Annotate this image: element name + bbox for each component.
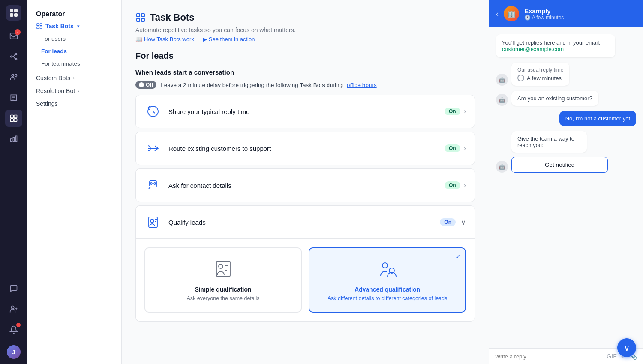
- svg-point-32: [219, 264, 223, 268]
- qualify-leads-header[interactable]: Qualify leads On ∨: [136, 206, 475, 238]
- page-title: Task Bots: [135, 12, 475, 23]
- scroll-down-fab[interactable]: ∨: [617, 338, 636, 357]
- svg-rect-15: [13, 138, 14, 142]
- sidebar-item-settings[interactable]: Settings: [27, 97, 121, 110]
- svg-point-5: [11, 56, 12, 57]
- route-customers-icon: [144, 140, 162, 157]
- svg-rect-19: [40, 24, 42, 26]
- user-avatar[interactable]: J: [7, 345, 21, 359]
- page-header: Task Bots Automate repetitive tasks so y…: [135, 12, 475, 42]
- svg-point-17: [11, 306, 14, 309]
- simple-qual-desc: Ask everyone the same details: [152, 295, 294, 301]
- svg-rect-21: [40, 27, 42, 29]
- bot-cta-text: Give the team a way to reach you:: [511, 131, 587, 153]
- svg-rect-10: [11, 115, 14, 118]
- share-reply-time-chevron-icon: ›: [464, 108, 466, 115]
- advanced-qual-check-icon: ✓: [455, 253, 461, 261]
- system-text-1: You'll get replies here and in your emai…: [502, 39, 609, 46]
- inbox-badge: 7: [15, 29, 21, 35]
- preview-back-button[interactable]: ‹: [496, 9, 499, 18]
- svg-rect-3: [14, 13, 18, 17]
- docs-nav-icon[interactable]: [5, 89, 22, 106]
- icon-bar-bottom: J: [5, 280, 22, 359]
- notifications-icon[interactable]: [5, 321, 22, 338]
- how-taskbots-work-link[interactable]: 📖 How Task Bots work: [135, 36, 194, 42]
- svg-rect-14: [11, 139, 12, 142]
- see-them-in-action-link[interactable]: ▶ See them in action: [203, 36, 255, 42]
- play-icon: ▶: [203, 36, 207, 42]
- bot-avatar-3: 🤖: [496, 161, 508, 173]
- user-reply-row: No, I'm not a customer yet: [496, 111, 636, 126]
- sidebar-taskbots-group: Task Bots ▾ For users For leads For team…: [27, 20, 121, 70]
- sidebar-item-resolution-bot[interactable]: Resolution Bot ›: [27, 84, 121, 97]
- preview-chat-wrap: You'll get replies here and in your emai…: [489, 27, 643, 364]
- resolution-bot-arrow-icon: ›: [78, 89, 79, 93]
- qualify-options-list: Simple qualification Ask everyone the sa…: [144, 247, 466, 313]
- clock-icon: [517, 75, 524, 81]
- advanced-qual-title: Advanced qualification: [316, 286, 458, 293]
- when-leads-title: When leads start a conversation: [135, 69, 475, 76]
- routing-nav-icon[interactable]: [5, 48, 22, 65]
- share-reply-time-card[interactable]: Share your typical reply time On ›: [135, 95, 475, 128]
- svg-rect-2: [10, 13, 13, 17]
- svg-point-7: [15, 58, 17, 60]
- advanced-qual-desc: Ask different details to different categ…: [316, 295, 458, 301]
- reports-nav-icon[interactable]: [5, 130, 22, 147]
- delay-row: Off Leave a 2 minute delay before trigge…: [135, 81, 475, 89]
- svg-point-30: [150, 219, 154, 223]
- route-customers-badge: On: [445, 144, 460, 152]
- svg-point-28: [154, 183, 156, 184]
- svg-rect-22: [137, 14, 140, 17]
- route-customers-card[interactable]: Route existing customers to support On ›: [135, 132, 475, 165]
- sidebar-item-for-users[interactable]: For users: [27, 33, 121, 45]
- add-contact-icon[interactable]: [5, 301, 22, 318]
- messages-bottom-icon[interactable]: [5, 280, 22, 297]
- qualify-leads-icon: [144, 214, 162, 231]
- page-links: 📖 How Task Bots work ▶ See them in actio…: [135, 36, 475, 42]
- sidebar-title: Operator: [27, 7, 121, 20]
- svg-point-6: [15, 54, 17, 55]
- book-icon: 📖: [135, 36, 142, 42]
- sidebar-item-for-leads[interactable]: For leads: [27, 45, 121, 57]
- sidebar-item-for-teammates[interactable]: For teammates: [27, 57, 121, 70]
- team-nav-icon[interactable]: [5, 69, 22, 86]
- bot-reply-time-row: 🤖 Our usual reply time A few minutes: [496, 63, 636, 86]
- sidebar-item-custom-bots[interactable]: Custom Bots ›: [27, 72, 121, 84]
- ask-contact-details-card[interactable]: Ask for contact details On ›: [135, 168, 475, 202]
- inbox-nav-icon[interactable]: 7: [5, 27, 22, 45]
- office-hours-link[interactable]: office hours: [347, 82, 377, 88]
- system-message-1: You'll get replies here and in your emai…: [496, 34, 615, 57]
- notifications-badge: [16, 323, 21, 327]
- sidebar-item-taskbots[interactable]: Task Bots ▾: [27, 20, 121, 33]
- preview-header: ‹ 🏢 Examply 🕐 A few minutes: [489, 0, 643, 27]
- bot-existing-customer-row: 🤖 Are you an existing customer?: [496, 91, 636, 106]
- svg-rect-18: [37, 24, 39, 26]
- svg-rect-12: [11, 119, 14, 122]
- svg-rect-24: [137, 18, 140, 21]
- get-notified-button[interactable]: Get notified: [511, 157, 608, 173]
- ask-contact-chevron-icon: ›: [464, 181, 466, 189]
- ask-contact-badge: On: [445, 181, 460, 189]
- bot-reply-time-bubble: Our usual reply time A few minutes: [511, 63, 569, 86]
- main-content: Task Bots Automate repetitive tasks so y…: [122, 0, 489, 364]
- gif-icon[interactable]: GIF: [607, 353, 616, 360]
- app-logo[interactable]: [6, 5, 21, 21]
- delay-toggle[interactable]: Off: [135, 81, 156, 89]
- bot-cta-wrap: Give the team a way to reach you: Get no…: [511, 131, 608, 173]
- advanced-qual-icon: [377, 259, 398, 279]
- ask-contact-icon: [144, 177, 162, 194]
- simple-qualification-option[interactable]: Simple qualification Ask everyone the sa…: [144, 247, 302, 313]
- share-reply-time-icon: [144, 103, 162, 120]
- svg-rect-11: [14, 115, 17, 118]
- for-leads-title: For leads: [135, 51, 475, 61]
- icon-bar: 7: [0, 0, 27, 364]
- qualify-chevron-icon[interactable]: ∨: [456, 218, 466, 226]
- advanced-qualification-option[interactable]: ✓ Advanced qualification Ask different d…: [309, 247, 466, 313]
- svg-rect-13: [14, 119, 17, 122]
- svg-rect-31: [216, 261, 230, 277]
- bot-existing-customer-bubble: Are you an existing customer?: [511, 91, 598, 106]
- chat-body: You'll get replies here and in your emai…: [489, 27, 643, 348]
- chat-reply-input[interactable]: [495, 353, 603, 360]
- operator-nav-icon[interactable]: [5, 110, 22, 127]
- custom-bots-arrow-icon: ›: [73, 76, 74, 81]
